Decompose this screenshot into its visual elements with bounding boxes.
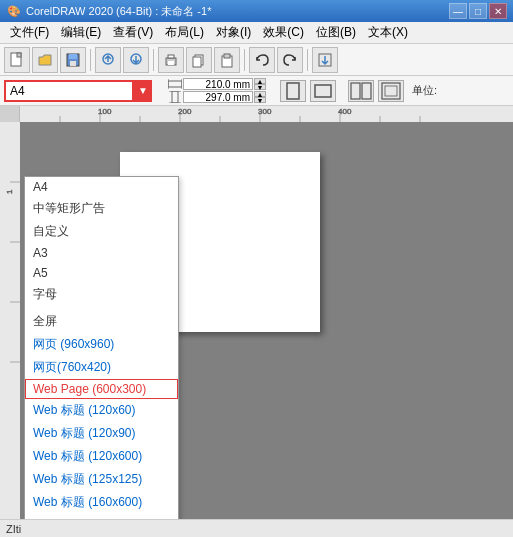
svg-rect-3: [69, 54, 77, 59]
page-size-dropdown-list: A4 中等矩形广告 自定义 A3 A5 字母 全屏 网页 (960x960) 网…: [24, 176, 179, 519]
main-toolbar: [0, 44, 513, 76]
svg-rect-1: [17, 53, 21, 57]
dropdown-arrow-button[interactable]: ▼: [134, 80, 152, 102]
toolbar-separator-1: [90, 49, 91, 71]
dropdown-item-web-banner-125x125[interactable]: Web 标题 (125x125): [25, 468, 178, 491]
status-bar: ZIti: [0, 519, 513, 537]
menu-layout[interactable]: 布局(L): [159, 22, 210, 43]
height-row: ▲ ▼: [168, 91, 266, 103]
menu-view[interactable]: 查看(V): [107, 22, 159, 43]
landscape-button[interactable]: [310, 80, 336, 102]
ruler-corner: [0, 106, 20, 122]
svg-rect-15: [168, 81, 182, 87]
dropdown-item-web-page-600[interactable]: Web Page (600x300): [25, 379, 178, 399]
ruler-row: 100 200 300 400: [0, 106, 513, 122]
print-button[interactable]: [158, 47, 184, 73]
toolbar-separator-4: [307, 49, 308, 71]
dropdown-item-web-banner-250x250[interactable]: Web 标题 (250x250): [25, 514, 178, 519]
height-down-button[interactable]: ▼: [254, 97, 266, 103]
dropdown-item-web-banner-120x60[interactable]: Web 标题 (120x60): [25, 399, 178, 422]
dropdown-item-web-760[interactable]: 网页(760x420): [25, 356, 178, 379]
minimize-button[interactable]: —: [449, 3, 467, 19]
size-inputs: ▲ ▼ ▲ ▼: [168, 78, 266, 103]
main-area: 1 A4 中等矩形广告 自定义 A3 A5 字母 全屏: [0, 122, 513, 519]
svg-rect-21: [287, 83, 299, 99]
svg-text:100: 100: [98, 107, 112, 116]
maximize-button[interactable]: □: [469, 3, 487, 19]
title-bar: 🎨 CorelDRAW 2020 (64-Bit) : 未命名 -1* — □ …: [0, 0, 513, 22]
width-input[interactable]: [183, 78, 253, 90]
svg-text:200: 200: [178, 107, 192, 116]
unit-label: 单位:: [412, 83, 437, 98]
canvas-area: 100 200 300 400 1: [0, 106, 513, 519]
status-text: ZIti: [6, 523, 21, 535]
width-spinner: ▲ ▼: [254, 78, 266, 90]
dropdown-item-a4[interactable]: A4: [25, 177, 178, 197]
svg-text:400: 400: [338, 107, 352, 116]
page-size-value: A4: [10, 84, 25, 98]
svg-text:300: 300: [258, 107, 272, 116]
vertical-ruler-svg: 1: [0, 122, 20, 519]
svg-rect-9: [168, 61, 174, 65]
dropdown-item-web-banner-120x90[interactable]: Web 标题 (120x90): [25, 422, 178, 445]
dropdown-item-medium-rect[interactable]: 中等矩形广告: [25, 197, 178, 220]
svg-rect-24: [362, 83, 371, 99]
new-button[interactable]: [4, 47, 30, 73]
svg-rect-11: [193, 57, 201, 67]
canvas-container: A4 中等矩形广告 自定义 A3 A5 字母 全屏 网页 (960x960) 网…: [20, 122, 513, 519]
vertical-ruler: 1: [0, 122, 20, 519]
svg-rect-26: [385, 86, 397, 96]
horizontal-ruler: 100 200 300 400: [20, 106, 513, 122]
dropdown-item-custom[interactable]: 自定义: [25, 220, 178, 243]
page-layout-button[interactable]: [348, 80, 374, 102]
menu-file[interactable]: 文件(F): [4, 22, 55, 43]
upload-button[interactable]: [95, 47, 121, 73]
close-button[interactable]: ✕: [489, 3, 507, 19]
window-controls: — □ ✕: [449, 3, 507, 19]
page-toolbar: A4 ▼ ▲ ▼ ▲ ▼: [0, 76, 513, 106]
dropdown-item-a3[interactable]: A3: [25, 243, 178, 263]
open-button[interactable]: [32, 47, 58, 73]
svg-rect-22: [315, 85, 331, 97]
svg-rect-13: [224, 54, 230, 58]
copy-button[interactable]: [186, 47, 212, 73]
import-button[interactable]: [312, 47, 338, 73]
menu-object[interactable]: 对象(I): [210, 22, 257, 43]
dropdown-item-letter[interactable]: 字母: [25, 283, 178, 306]
page-size-select[interactable]: A4: [4, 80, 134, 102]
title-text: CorelDRAW 2020 (64-Bit) : 未命名 -1*: [26, 4, 449, 19]
height-input[interactable]: [183, 91, 253, 103]
menu-text[interactable]: 文本(X): [362, 22, 414, 43]
download-button[interactable]: [123, 47, 149, 73]
height-spinner: ▲ ▼: [254, 91, 266, 103]
toolbar-separator-2: [153, 49, 154, 71]
svg-text:1: 1: [5, 189, 14, 194]
dropdown-item-web-banner-120x600[interactable]: Web 标题 (120x600): [25, 445, 178, 468]
dropdown-item-web-banner-160x600[interactable]: Web 标题 (160x600): [25, 491, 178, 514]
svg-rect-18: [172, 91, 178, 103]
ruler-svg: 100 200 300 400: [20, 106, 513, 122]
menu-effects[interactable]: 效果(C): [257, 22, 310, 43]
dropdown-item-a5[interactable]: A5: [25, 263, 178, 283]
portrait-button[interactable]: [280, 80, 306, 102]
menu-bar: 文件(F) 编辑(E) 查看(V) 布局(L) 对象(I) 效果(C) 位图(B…: [0, 22, 513, 44]
width-down-button[interactable]: ▼: [254, 84, 266, 90]
toolbar-separator-3: [244, 49, 245, 71]
dropdown-item-fullscreen[interactable]: 全屏: [25, 310, 178, 333]
redo-button[interactable]: [277, 47, 303, 73]
undo-button[interactable]: [249, 47, 275, 73]
page-size-dropdown[interactable]: A4 ▼: [4, 80, 152, 102]
paste-button[interactable]: [214, 47, 240, 73]
width-row: ▲ ▼: [168, 78, 266, 90]
menu-bitmap[interactable]: 位图(B): [310, 22, 362, 43]
dropdown-item-web-960[interactable]: 网页 (960x960): [25, 333, 178, 356]
svg-rect-42: [0, 122, 20, 519]
svg-rect-8: [168, 55, 174, 58]
height-icon: [168, 91, 182, 103]
svg-rect-23: [351, 83, 360, 99]
save-button[interactable]: [60, 47, 86, 73]
app-icon: 🎨: [6, 3, 22, 19]
menu-edit[interactable]: 编辑(E): [55, 22, 107, 43]
page-border-button[interactable]: [378, 80, 404, 102]
width-icon: [168, 78, 182, 90]
